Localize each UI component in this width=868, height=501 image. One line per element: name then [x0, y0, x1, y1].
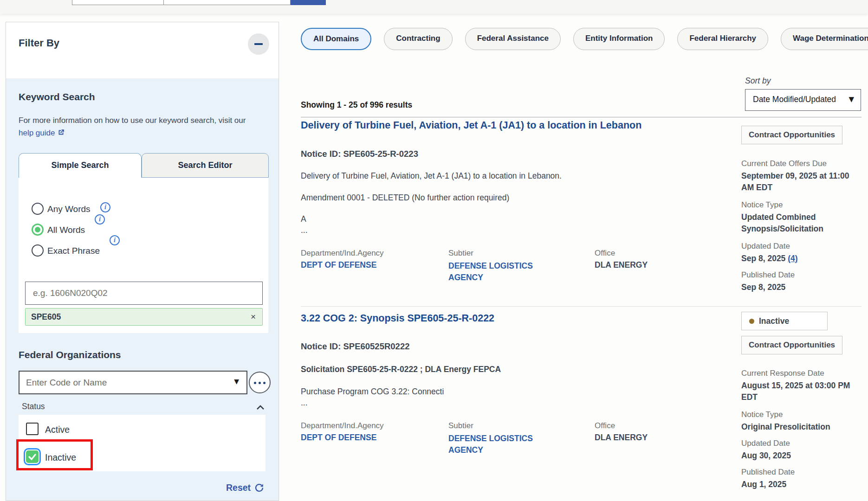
- check-icon: [26, 450, 39, 463]
- radio-any-words[interactable]: [32, 203, 44, 215]
- meta-value: August 15, 2025 at 03:00 PM EDT: [741, 380, 852, 403]
- chip-text: SPE605: [31, 312, 61, 322]
- help-guide-link[interactable]: help guide: [19, 128, 65, 137]
- meta-value: Original Presolicitation: [741, 421, 852, 433]
- domain-tab-entity-information[interactable]: Entity Information: [573, 28, 665, 50]
- radio-all-words[interactable]: [32, 224, 44, 236]
- meta-label: Published Date: [741, 468, 855, 477]
- tab-simple-search[interactable]: Simple Search: [19, 153, 142, 178]
- meta-label: Current Response Date: [741, 369, 855, 378]
- subtier-link[interactable]: DEFENSE LOGISTICS AGENCY: [448, 433, 544, 456]
- domain-tab-federal-hierarchy[interactable]: Federal Hierarchy: [677, 28, 768, 50]
- sort-by-label: Sort by: [745, 76, 771, 86]
- global-search-divider: [163, 0, 164, 5]
- domain-badge-contract-opportunities: Contract Opportunities: [741, 336, 842, 354]
- keyword-help-text: For more information on how to use our k…: [19, 114, 262, 140]
- applied-keyword-chip: SPE605 ×: [25, 308, 263, 326]
- caret-down-icon[interactable]: ▼: [234, 378, 239, 385]
- tab-search-editor[interactable]: Search Editor: [142, 153, 269, 178]
- result-ellipsis: ...: [301, 398, 308, 408]
- department-label: Department/Ind.Agency: [301, 249, 384, 258]
- more-options-button[interactable]: [249, 372, 271, 393]
- results-count: Showing 1 - 25 of 996 results: [301, 100, 412, 110]
- office-label: Office: [595, 249, 615, 258]
- radio-exact-phrase[interactable]: [32, 244, 44, 257]
- domain-tab-all-domains[interactable]: All Domains: [301, 28, 371, 50]
- domain-tab-wage-determinations[interactable]: Wage Determinations: [781, 28, 868, 50]
- subtier-link[interactable]: DEFENSE LOGISTICS AGENCY: [448, 260, 544, 283]
- result-title-link[interactable]: 3.22 COG 2: Synopsis SPE605-25-R-0222: [301, 313, 770, 324]
- department-link[interactable]: DEPT OF DEFENSE: [301, 433, 376, 443]
- refresh-icon: [254, 483, 264, 493]
- result-divider: [301, 306, 862, 307]
- inactive-dot-icon: [749, 319, 754, 324]
- federal-organizations-input[interactable]: [19, 372, 224, 393]
- radio-all-words-label[interactable]: All Words: [47, 225, 85, 235]
- checkbox-inactive-label[interactable]: Inactive: [45, 452, 76, 463]
- chip-remove-icon[interactable]: ×: [251, 312, 256, 322]
- meta-value: Aug 1, 2025: [741, 479, 852, 490]
- collapse-filter-button[interactable]: [248, 33, 269, 55]
- caret-down-icon: ▼: [849, 95, 854, 103]
- result-notice-id: Notice ID: SPE605-25-R-0223: [301, 149, 418, 159]
- keyword-input[interactable]: [25, 282, 263, 305]
- meta-label: Published Date: [741, 270, 855, 280]
- meta-value: Sep 8, 2025 (4): [741, 253, 852, 264]
- subtier-label: Subtier: [448, 421, 473, 430]
- federal-organizations-heading: Federal Organizations: [19, 349, 121, 360]
- domain-tab-federal-assistance[interactable]: Federal Assistance: [465, 28, 561, 50]
- meta-label: Notice Type: [741, 410, 855, 419]
- updated-count-link[interactable]: (4): [788, 254, 797, 263]
- page: Filter By Keyword Search For more inform…: [0, 0, 868, 501]
- sort-select[interactable]: Date Modified/Updated ▼: [745, 89, 861, 111]
- results-header-divider: [301, 117, 862, 117]
- result-description: A: [301, 214, 306, 224]
- result-description: Delivery of Turbine Fuel, Aviation, Jet …: [301, 171, 562, 181]
- checkbox-active[interactable]: [26, 423, 39, 435]
- ellipsis-icon: [253, 379, 267, 386]
- result-description: Purchase Program COG 3.22: Connecti: [301, 387, 444, 397]
- federal-organizations-combo[interactable]: ▼: [19, 371, 247, 394]
- meta-value: Aug 30, 2025: [741, 450, 852, 462]
- result-ellipsis: ...: [301, 225, 308, 235]
- domain-tab-contracting[interactable]: Contracting: [384, 28, 452, 50]
- minus-icon: [254, 43, 263, 45]
- reset-button[interactable]: Reset: [226, 482, 264, 493]
- meta-label: Notice Type: [741, 200, 855, 210]
- keyword-search-heading: Keyword Search: [19, 91, 95, 103]
- checkbox-active-label[interactable]: Active: [45, 424, 70, 435]
- checkbox-inactive[interactable]: [26, 450, 39, 463]
- radio-selected-dot: [35, 227, 40, 232]
- chevron-up-icon[interactable]: [256, 405, 265, 410]
- subtier-label: Subtier: [448, 249, 473, 258]
- filter-panel-title: Filter By: [19, 37, 59, 49]
- domain-badge-contract-opportunities: Contract Opportunities: [741, 126, 842, 144]
- domain-tabs: All Domains Contracting Federal Assistan…: [301, 28, 868, 50]
- meta-label: Current Date Offers Due: [741, 159, 855, 168]
- info-icon[interactable]: i: [100, 202, 110, 212]
- info-icon[interactable]: i: [110, 235, 120, 245]
- meta-value: September 09, 2025 at 11:00 AM EDT: [741, 170, 852, 193]
- sort-selected-value: Date Modified/Updated: [753, 95, 836, 104]
- external-link-icon: [57, 128, 65, 140]
- inactive-status-badge: Inactive: [741, 312, 828, 330]
- office-value: DLA ENERGY: [595, 260, 648, 270]
- meta-value: Sep 8, 2025: [741, 282, 852, 293]
- global-search-input[interactable]: [72, 0, 291, 5]
- radio-exact-phrase-label[interactable]: Exact Phrase: [47, 246, 100, 256]
- radio-any-words-label[interactable]: Any Words: [47, 204, 91, 214]
- department-label: Department/Ind.Agency: [301, 421, 384, 430]
- status-heading: Status: [22, 402, 45, 411]
- result-title-link[interactable]: Delivery of Turbine Fuel, Aviation, Jet …: [301, 120, 770, 131]
- department-link[interactable]: DEPT OF DEFENSE: [301, 260, 376, 270]
- meta-label: Updated Date: [741, 439, 855, 448]
- office-value: DLA ENERGY: [595, 433, 648, 443]
- result-solicitation: Solicitation SPE605-25-R-0222 ; DLA Ener…: [301, 365, 501, 374]
- meta-label: Updated Date: [741, 242, 855, 251]
- filter-panel-header: [6, 22, 279, 79]
- help-text: For more information on how to use our k…: [19, 116, 246, 125]
- meta-value: Updated Combined Synopsis/Solicitation: [741, 212, 852, 235]
- info-icon[interactable]: i: [95, 214, 105, 225]
- result-notice-id: Notice ID: SPE60525R0222: [301, 341, 409, 352]
- global-search-button[interactable]: [291, 0, 326, 5]
